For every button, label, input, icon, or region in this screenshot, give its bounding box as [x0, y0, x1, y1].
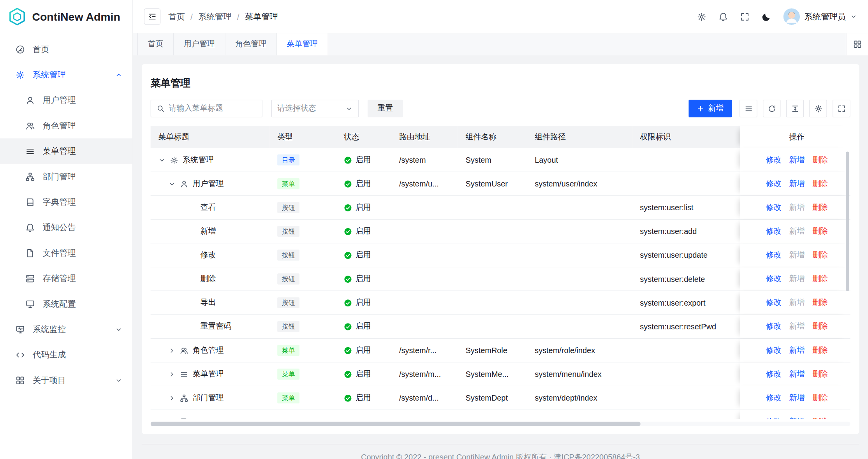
edit-link[interactable]: 修改 — [766, 202, 782, 213]
breadcrumb-item[interactable]: 首页 — [168, 11, 185, 22]
tab-3[interactable]: 菜单管理 — [277, 33, 328, 55]
delete-link[interactable]: 删除 — [812, 250, 828, 260]
sidebar-item-about[interactable]: 关于项目 — [0, 368, 132, 393]
moon-button[interactable] — [762, 12, 771, 21]
sidebar-item-label: 菜单管理 — [42, 146, 76, 157]
add-link[interactable]: 新增 — [789, 322, 805, 332]
delete-link[interactable]: 删除 — [812, 369, 828, 379]
sidebar-item-dept[interactable]: 部门管理 — [0, 164, 132, 189]
refresh-button[interactable] — [763, 100, 780, 117]
edit-link[interactable]: 修改 — [766, 393, 782, 403]
table-body: 系统管理目录启用/systemSystemLayout修改新增删除用户管理菜单启… — [151, 148, 850, 419]
search-input[interactable]: 请输入菜单标题 — [151, 100, 262, 117]
apps-icon — [16, 376, 25, 385]
delete-link[interactable]: 删除 — [812, 298, 828, 308]
add-link[interactable]: 新增 — [789, 393, 805, 403]
breadcrumb-item[interactable]: 系统管理 — [198, 11, 231, 22]
status-text: 启用 — [356, 345, 371, 355]
add-link[interactable]: 新增 — [789, 179, 805, 189]
sidebar-item-user[interactable]: 用户管理 — [0, 88, 132, 113]
path-cell — [527, 291, 632, 315]
expand-button[interactable] — [833, 100, 850, 117]
sidebar-item-notice[interactable]: 通知公告 — [0, 215, 132, 240]
app-root: ContiNew Admin 首页系统管理用户管理角色管理菜单管理部门管理字典管… — [0, 0, 868, 459]
sidebar-item-config[interactable]: 系统配置 — [0, 291, 132, 317]
bell-button[interactable] — [718, 12, 728, 21]
sidebar-item-dict[interactable]: 字典管理 — [0, 189, 132, 215]
component-cell — [458, 196, 527, 219]
edit-link[interactable]: 修改 — [766, 298, 782, 308]
add-link[interactable]: 新增 — [789, 202, 805, 213]
horizontal-scrollbar[interactable] — [151, 422, 850, 426]
title-cell[interactable]: 菜单管理 — [151, 362, 270, 386]
logo[interactable]: ContiNew Admin — [0, 0, 132, 33]
reset-button[interactable]: 重置 — [368, 100, 403, 117]
delete-link[interactable]: 删除 — [812, 322, 828, 332]
horizontal-scrollbar-thumb[interactable] — [151, 422, 641, 426]
list-button[interactable] — [739, 100, 757, 117]
menu-title: 查看 — [201, 202, 216, 213]
table-row-4: 修改按钮启用system:user:update修改新增删除 — [151, 243, 850, 267]
tab-actions-button[interactable] — [846, 33, 868, 55]
edit-link[interactable]: 修改 — [766, 179, 782, 189]
table-row-0: 系统管理目录启用/systemSystemLayout修改新增删除 — [151, 148, 850, 172]
add-link[interactable]: 新增 — [789, 298, 805, 308]
delete-link[interactable]: 删除 — [812, 202, 828, 213]
gear-button[interactable] — [809, 100, 827, 117]
add-link[interactable]: 新增 — [789, 226, 805, 236]
tab-1[interactable]: 用户管理 — [174, 33, 225, 55]
sidebar-item-storage[interactable]: 存储管理 — [0, 266, 132, 291]
title-cell[interactable]: 角色管理 — [151, 339, 270, 362]
route-cell: /system/r... — [391, 339, 458, 362]
add-link[interactable]: 新增 — [789, 274, 805, 284]
delete-link[interactable]: 删除 — [812, 393, 828, 403]
title-cell[interactable]: 系统管理 — [151, 148, 270, 172]
add-button[interactable]: 新增 — [688, 100, 732, 117]
component-cell: SystemMe... — [458, 362, 527, 386]
gear-button[interactable] — [697, 12, 706, 21]
sidebar-item-role[interactable]: 角色管理 — [0, 113, 132, 138]
type-badge: 按钮 — [277, 297, 299, 308]
title-cell[interactable]: 部门管理 — [151, 386, 270, 410]
menu-title: 系统管理 — [183, 155, 214, 165]
edit-link[interactable]: 修改 — [766, 226, 782, 236]
sidebar-item-file[interactable]: 文件管理 — [0, 240, 132, 266]
type-badge: 按钮 — [277, 202, 299, 213]
status-select[interactable]: 请选择状态 — [271, 100, 359, 117]
add-link[interactable]: 新增 — [789, 369, 805, 379]
title-cell[interactable]: 用户管理 — [151, 172, 270, 195]
permission-cell — [632, 339, 740, 362]
tab-0[interactable]: 首页 — [137, 33, 174, 55]
table-row-10: 部门管理菜单启用/system/d...SystemDeptsystem/dep… — [151, 386, 850, 410]
expand-button[interactable] — [740, 12, 750, 21]
sidebar-item-menu[interactable]: 菜单管理 — [0, 138, 132, 164]
sidebar-item-home[interactable]: 首页 — [0, 37, 132, 62]
storage-icon — [25, 274, 35, 283]
delete-link[interactable]: 删除 — [812, 155, 828, 165]
sidebar-item-monitor[interactable]: 系统监控 — [0, 317, 132, 342]
chevron-right-icon — [168, 394, 175, 401]
delete-link[interactable]: 删除 — [812, 226, 828, 236]
delete-link[interactable]: 删除 — [812, 345, 828, 355]
sidebar-item-system[interactable]: 系统管理 — [0, 62, 132, 87]
breadcrumb-item[interactable]: 菜单管理 — [245, 11, 278, 22]
edit-link[interactable]: 修改 — [766, 274, 782, 284]
edit-link[interactable]: 修改 — [766, 250, 782, 260]
add-link[interactable]: 新增 — [789, 250, 805, 260]
user-menu[interactable]: 系统管理员 — [783, 8, 857, 25]
edit-link[interactable]: 修改 — [766, 322, 782, 332]
edit-link[interactable]: 修改 — [766, 345, 782, 355]
add-link[interactable]: 新增 — [789, 345, 805, 355]
book-icon — [180, 418, 188, 419]
delete-link[interactable]: 删除 — [812, 274, 828, 284]
line-height-button[interactable] — [786, 100, 804, 117]
sidebar-item-codegen[interactable]: 代码生成 — [0, 342, 132, 368]
sidebar-collapse-button[interactable] — [144, 8, 161, 25]
tab-2[interactable]: 角色管理 — [225, 33, 277, 55]
delete-link[interactable]: 删除 — [812, 179, 828, 189]
vertical-scrollbar-thumb[interactable] — [846, 152, 849, 291]
edit-link[interactable]: 修改 — [766, 369, 782, 379]
add-link[interactable]: 新增 — [789, 155, 805, 165]
edit-link[interactable]: 修改 — [766, 155, 782, 165]
topbar: 首页/系统管理/菜单管理 系统管理员 — [133, 0, 868, 33]
